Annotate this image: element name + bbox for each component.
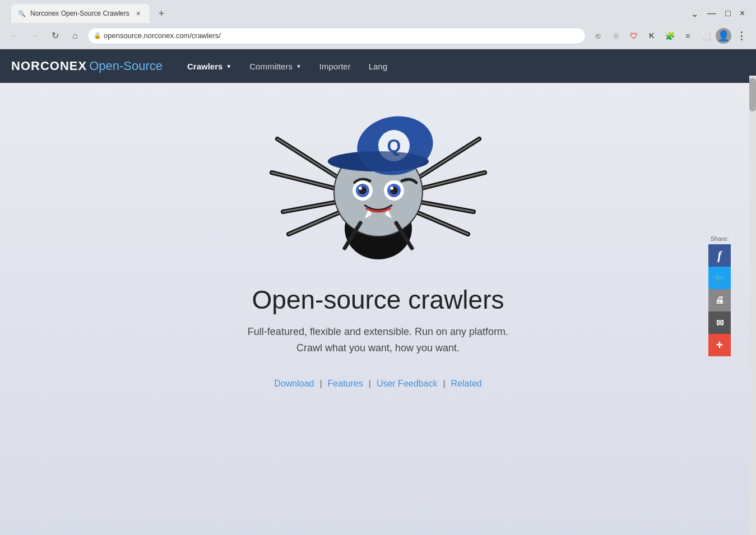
profile-avatar[interactable]: 👤 (716, 28, 731, 44)
refresh-icon: ↻ (52, 30, 59, 41)
committers-dropdown-icon: ▼ (296, 63, 302, 69)
features-link[interactable]: Features (328, 379, 363, 389)
brand-opensource: Open-Source (89, 59, 163, 73)
crawlers-dropdown-icon: ▼ (226, 63, 231, 69)
lock-icon: 🔒 (94, 32, 101, 39)
url-input[interactable]: 🔒 opensource.norconex.com/crawlers/ (87, 27, 586, 44)
scrollbar[interactable] (749, 76, 756, 535)
hero-title: Open-source crawlers (252, 285, 504, 315)
nav-item-crawlers[interactable]: Crawlers ▼ (179, 57, 239, 76)
sidebar-icon[interactable]: ⬜ (698, 28, 713, 44)
share-sidebar: Share: f 🐦 🖨 ✉ + (708, 235, 731, 356)
share-label: Share: (711, 235, 729, 242)
nav-lang-label: Lang (369, 62, 387, 71)
share-icon[interactable]: ⎋ (590, 28, 606, 44)
maximize-button[interactable]: □ (725, 8, 731, 18)
nav-item-importer[interactable]: Importer (312, 57, 359, 76)
nav-importer-label: Importer (319, 62, 351, 71)
extension-k-icon[interactable]: K (644, 28, 660, 44)
new-tab-button[interactable]: + (154, 4, 169, 23)
nav-item-lang[interactable]: Lang (361, 57, 395, 76)
hero-subtitle: Full-featured, flexible and extensible. … (248, 324, 508, 356)
back-icon: ← (10, 31, 19, 41)
nav-menu: Crawlers ▼ Committers ▼ Importer Lang (179, 57, 395, 76)
hero-subtitle-line1: Full-featured, flexible and extensible. … (248, 326, 508, 337)
forward-button[interactable]: → (27, 28, 43, 44)
svg-line-8 (277, 139, 339, 178)
minimize-button[interactable]: — (707, 8, 716, 18)
nav-bar: NORCONEX Open-Source Crawlers ▼ Committe… (0, 49, 756, 83)
share-email-button[interactable]: ✉ (708, 311, 731, 334)
svg-line-9 (272, 173, 339, 189)
nav-item-committers[interactable]: Committers ▼ (242, 57, 309, 76)
bookmark-icon[interactable]: ☆ (608, 28, 624, 44)
sep1: | (319, 379, 322, 389)
refresh-button[interactable]: ↻ (47, 28, 63, 44)
close-button[interactable]: × (740, 8, 745, 18)
shield-icon[interactable]: 🛡 (626, 28, 642, 44)
main-content: Q Open-source (0, 83, 756, 535)
home-button[interactable]: ⌂ (67, 28, 83, 44)
forward-icon: → (30, 31, 39, 41)
chevron-icon: ⌄ (691, 8, 698, 19)
nav-crawlers-label: Crawlers (187, 62, 222, 71)
svg-point-23 (328, 151, 429, 171)
share-twitter-button[interactable]: 🐦 (708, 267, 731, 289)
tab-bar: 🔍 Norconex Open-Source Crawlers × + (7, 4, 169, 23)
spider-illustration: Q (261, 105, 496, 273)
toolbar-icons: ⎋ ☆ 🛡 K 🧩 ≡ ⬜ 👤 ⋮ (590, 28, 749, 44)
puzzle-icon[interactable]: 🧩 (662, 28, 678, 44)
user-feedback-link[interactable]: User Feedback (377, 379, 438, 389)
share-plus-button[interactable]: + (708, 334, 731, 356)
share-facebook-button[interactable]: f (708, 244, 731, 267)
brand-logo[interactable]: NORCONEX Open-Source (11, 59, 163, 73)
download-link[interactable]: Download (274, 379, 314, 389)
tab-title: Norconex Open-Source Crawlers (30, 10, 129, 17)
url-text: opensource.norconex.com/crawlers/ (104, 31, 221, 40)
media-icon[interactable]: ≡ (680, 28, 695, 44)
share-print-button[interactable]: 🖨 (708, 289, 731, 311)
browser-chrome: 🔍 Norconex Open-Source Crawlers × + ⌄ — … (0, 0, 756, 49)
brand-norconex: NORCONEX (11, 59, 87, 73)
nav-committers-label: Committers (249, 62, 293, 71)
menu-button[interactable]: ⋮ (734, 28, 749, 44)
tab-close-button[interactable]: × (134, 9, 143, 18)
title-bar: 🔍 Norconex Open-Source Crawlers × + ⌄ — … (0, 0, 756, 22)
hero-links-row: Download | Features | User Feedback | Re… (274, 379, 481, 389)
scrollbar-thumb[interactable] (749, 78, 756, 111)
svg-line-13 (418, 173, 485, 189)
hero-subtitle-line2: Crawl what you want, how you want. (248, 340, 508, 356)
address-bar-row: ← → ↻ ⌂ 🔒 opensource.norconex.com/crawle… (0, 22, 756, 49)
back-button[interactable]: ← (7, 28, 22, 44)
window-controls: ⌄ — □ × (691, 8, 749, 19)
address-bar[interactable]: 🔒 opensource.norconex.com/crawlers/ (87, 27, 586, 44)
svg-point-31 (390, 187, 393, 190)
sep3: | (443, 379, 445, 389)
svg-point-30 (359, 187, 362, 190)
sep2: | (369, 379, 371, 389)
home-icon: ⌂ (72, 31, 78, 41)
active-tab[interactable]: 🔍 Norconex Open-Source Crawlers × (11, 4, 150, 23)
spider-svg: Q (261, 105, 496, 273)
tab-search-icon: 🔍 (18, 10, 26, 17)
related-link[interactable]: Related (451, 379, 482, 389)
